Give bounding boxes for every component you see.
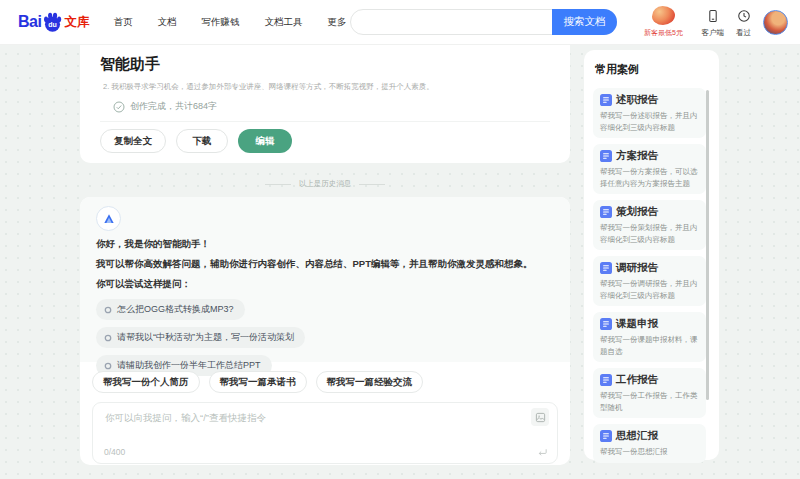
logo-bai-text: Bai [18,13,41,31]
quick-prompt-resume[interactable]: 帮我写一份个人简历 [92,371,200,393]
case-title: 调研报告 [616,261,658,275]
divider-rule [265,184,291,185]
promo-label: 新客最低5元 [638,28,690,38]
suggestion-text: 请帮我以“中秋活动”为主题，写一份活动策划 [117,331,294,344]
composer-area: 帮我写一份个人简历 帮我写一篇承诺书 帮我写一篇经验交流 0/400 [80,362,570,464]
generated-doc-text: 2. 我积极寻求学习机会，通过参加外部专业讲座、网络课程等方式，不断拓宽视野，提… [103,82,550,92]
chat-input-box: 0/400 [92,402,558,464]
image-upload-icon[interactable] [531,408,549,426]
nav-doc-tools[interactable]: 文档工具 [264,16,302,29]
case-title: 方案报告 [616,149,658,163]
navbar-right: 新客最低5元 客户端 看过 [638,4,789,38]
case-desc: 帮我写一份策划报告，并且内容细化到三级内容标题 [600,222,700,245]
viewed-label: 看过 [736,28,751,38]
edit-button[interactable]: 编辑 [238,129,292,153]
case-desc: 帮我写一份调研报告，并且内容细化到三级内容标题 [600,278,700,301]
search-input[interactable] [363,11,548,33]
baidu-wenku-logo[interactable]: Bai du 文库 [18,11,89,34]
nav-more[interactable]: 更多 [327,16,346,29]
user-avatar[interactable] [763,10,788,35]
document-icon [600,318,612,330]
welcome-greeting: 你好，我是你的智能助手！ [96,234,554,254]
nav-write-earn[interactable]: 写作赚钱 [201,16,239,29]
suggestion-chip[interactable]: 请帮我以“中秋活动”为主题，写一份活动策划 [96,327,305,348]
divider-line [100,121,550,122]
case-item-plan-report[interactable]: 方案报告 帮我写一份方案报告，可以选择任意内容为方案报告主题 [593,144,706,194]
case-desc: 帮我写一份方案报告，可以选择任意内容为方案报告主题 [600,166,700,189]
viewed-history-entry[interactable]: 看过 [736,4,751,38]
quick-prompt-experience[interactable]: 帮我写一篇经验交流 [316,371,424,393]
document-icon [600,262,612,274]
case-item-project-application[interactable]: 课题申报 帮我写一份课题申报材料，课题自选 [593,312,706,362]
case-title: 策划报告 [616,205,658,219]
phone-client-icon [706,9,720,23]
suggestion-text: 怎么把OGG格式转换成MP3? [117,303,234,316]
client-app-entry[interactable]: 客户端 [702,4,725,38]
history-result-card: 智能助手 2. 我积极寻求学习机会，通过参加外部专业讲座、网络课程等方式，不断拓… [80,45,570,163]
prompt-dot-icon [104,362,112,370]
copy-full-text-button[interactable]: 复制全文 [100,129,166,153]
case-item-planning-report[interactable]: 策划报告 帮我写一份策划报告，并且内容细化到三级内容标题 [593,200,706,250]
document-icon [600,430,612,442]
case-item-work-report[interactable]: 工作报告 帮我写一份工作报告，工作类型随机 [593,368,706,418]
welcome-intro: 我可以帮你高效解答问题，辅助你进行内容创作、内容总结、PPT编辑等，并且帮助你激… [96,254,554,274]
search-button[interactable]: 搜索文档 [552,9,617,35]
status-text: 创作完成，共计684字 [130,100,217,113]
nav-home[interactable]: 首页 [113,16,132,29]
common-cases-sidebar: 常用案例 述职报告 帮我写一份述职报告，并且内容细化到三级内容标题 方案报告 帮… [584,50,719,460]
sidebar-title: 常用案例 [595,62,719,77]
document-icon [600,374,612,386]
case-desc: 帮我写一份课题申报材料，课题自选 [600,334,700,357]
enter-send-icon[interactable] [537,447,548,458]
baidu-paw-icon: du [42,11,63,32]
history-divider: 以上是历史消息 [80,179,570,189]
nav-docs[interactable]: 文档 [157,16,176,29]
svg-text:du: du [49,20,58,27]
suggestion-chip[interactable]: 怎么把OGG格式转换成MP3? [96,299,245,320]
divider-label: 以上是历史消息 [299,179,352,189]
check-circle-icon [113,101,125,113]
primary-nav: 首页 文档 写作赚钱 文档工具 更多 [113,16,346,29]
case-item-research-report[interactable]: 调研报告 帮我写一份调研报告，并且内容细化到三级内容标题 [593,256,706,306]
case-desc: 帮我写一份述职报告，并且内容细化到三级内容标题 [600,110,700,133]
case-title: 工作报告 [616,373,658,387]
creation-status: 创作完成，共计684字 [113,100,550,113]
case-item-debrief-report[interactable]: 述职报告 帮我写一份述职报告，并且内容细化到三级内容标题 [593,88,706,138]
char-counter: 0/400 [104,447,125,457]
download-button[interactable]: 下载 [176,129,228,153]
assistant-welcome-message: 你好，我是你的智能助手！ 我可以帮你高效解答问题，辅助你进行内容创作、内容总结、… [80,197,570,362]
quick-prompt-commitment[interactable]: 帮我写一篇承诺书 [209,371,307,393]
prompt-dot-icon [104,306,112,314]
top-navbar: Bai du 文库 首页 文档 写作赚钱 文档工具 更多 搜索文档 [0,0,800,45]
case-title: 述职报告 [616,93,658,107]
document-icon [600,150,612,162]
clock-icon [737,9,751,23]
document-icon [600,94,612,106]
case-title: 思想汇报 [616,429,658,443]
document-icon [600,206,612,218]
chat-input[interactable] [103,410,513,444]
page-title: 智能助手 [100,55,550,74]
assistant-logo-icon [102,212,116,226]
doc-actions: 复制全文 下载 编辑 [100,129,550,153]
assistant-avatar [96,206,121,231]
divider-rule [359,184,385,185]
case-item-thought-report[interactable]: 思想汇报 帮我写一份思想汇报 [593,424,706,463]
sidebar-scrollbar[interactable] [706,90,709,400]
case-title: 课题申报 [616,317,658,331]
client-label: 客户端 [702,28,725,38]
search-bar: 搜索文档 [350,9,617,35]
quick-prompt-row: 帮我写一份个人简历 帮我写一篇承诺书 帮我写一篇经验交流 [92,371,558,393]
welcome-try-label: 你可以尝试这样提问： [96,274,554,294]
case-list: 述职报告 帮我写一份述职报告，并且内容细化到三级内容标题 方案报告 帮我写一份方… [593,88,706,463]
case-desc: 帮我写一份工作报告，工作类型随机 [600,390,700,413]
prompt-dot-icon [104,334,112,342]
chat-panel: 你好，我是你的智能助手！ 我可以帮你高效解答问题，辅助你进行内容创作、内容总结、… [80,197,570,465]
new-user-promo[interactable]: 新客最低5元 [638,4,690,38]
promo-mascot-icon [652,6,675,25]
logo-wenku-text: 文库 [64,14,89,31]
case-desc: 帮我写一份思想汇报 [600,446,700,458]
